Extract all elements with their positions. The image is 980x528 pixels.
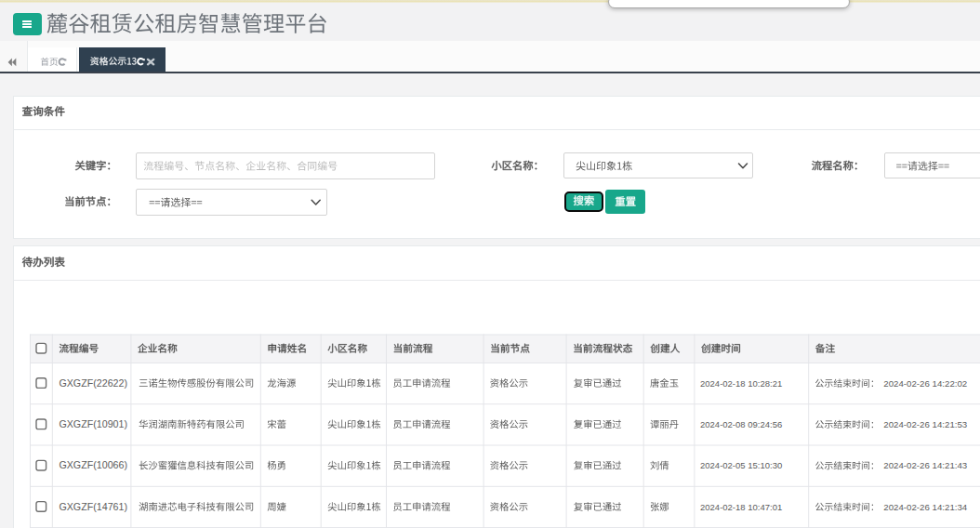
svg-text:2024-02-18 10:28:21: 2024-02-18 10:28:21 [700, 378, 782, 389]
svg-text:GXGZF(22622): GXGZF(22622) [59, 377, 127, 389]
svg-text:2024-02-26 14:22:02: 2024-02-26 14:22:02 [883, 378, 967, 389]
svg-text:2024-02-18 10:47:01: 2024-02-18 10:47:01 [700, 502, 782, 512]
svg-text:2024-02-26 14:21:53: 2024-02-26 14:21:53 [883, 419, 967, 429]
svg-text:2024-02-08 09:24:56: 2024-02-08 09:24:56 [700, 419, 782, 429]
svg-text:GXGZF(10901): GXGZF(10901) [59, 418, 127, 429]
svg-text:2024-02-05 15:10:30: 2024-02-05 15:10:30 [700, 460, 782, 470]
svg-text:2024-02-26 14:21:43: 2024-02-26 14:21:43 [883, 460, 967, 470]
svg-text:GXGZF(10066): GXGZF(10066) [59, 459, 127, 470]
svg-text:2024-02-26 14:21:34: 2024-02-26 14:21:34 [883, 502, 968, 512]
svg-text:GXGZF(14761): GXGZF(14761) [59, 501, 127, 512]
